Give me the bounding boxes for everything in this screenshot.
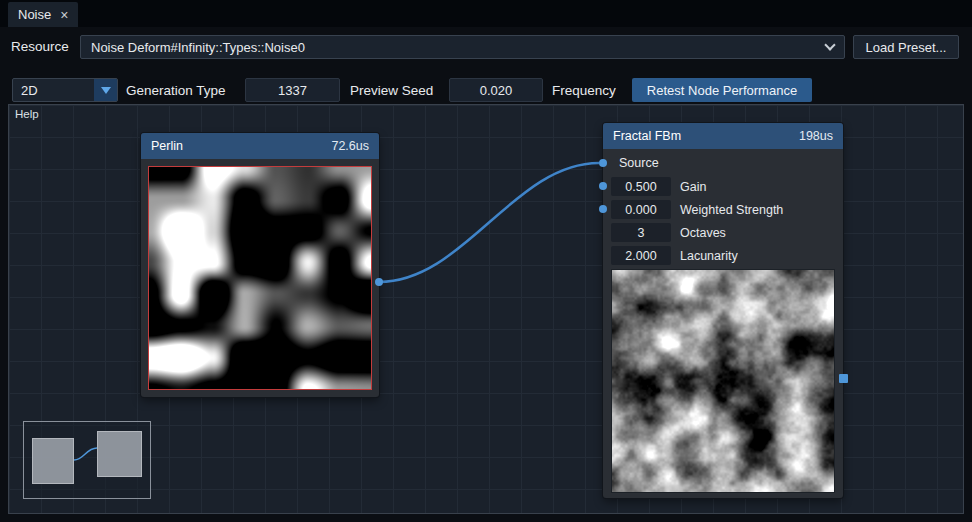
node-perlin-body (141, 159, 379, 397)
minimap-node-rect (97, 431, 142, 477)
perlin-output-pin[interactable] (375, 278, 383, 286)
node-perlin[interactable]: Perlin 72.6us (141, 133, 379, 397)
lacunarity-row: 2.000 Lacunarity (611, 246, 835, 265)
fbm-output-pin[interactable] (839, 374, 848, 383)
resource-combobox[interactable]: Noise Deform#Infinity::Types::Noise0 (80, 35, 845, 59)
octaves-label: Octaves (680, 226, 726, 240)
weighted-strength-field[interactable]: 0.000 (611, 200, 671, 219)
octaves-field[interactable]: 3 (611, 223, 671, 242)
weighted-strength-input-pin[interactable] (599, 205, 607, 213)
node-perlin-time: 72.6us (331, 139, 369, 153)
tab-noise[interactable]: Noise × (8, 2, 78, 27)
node-perlin-title: Perlin (151, 139, 183, 153)
source-row: Source (611, 155, 835, 171)
fbm-noise-preview[interactable] (611, 269, 835, 493)
weighted-strength-label: Weighted Strength (680, 203, 783, 217)
gain-label: Gain (680, 180, 706, 194)
lacunarity-label: Lacunarity (680, 249, 738, 263)
node-fbm-header[interactable]: Fractal FBm 198us (603, 123, 843, 149)
node-fbm-title: Fractal FBm (613, 129, 681, 143)
combo-arrow-button[interactable] (94, 79, 117, 101)
node-fbm-body (603, 269, 843, 493)
toolbar: 2D Generation Type 1337 Preview Seed 0.0… (0, 66, 972, 104)
node-fbm-time: 198us (799, 129, 833, 143)
minimap[interactable] (23, 421, 151, 499)
generation-type-label: Generation Type (126, 78, 226, 102)
node-fractal-fbm[interactable]: Fractal FBm 198us Source 0.500 Gain 0.00… (603, 123, 843, 498)
triangle-down-icon (101, 87, 111, 94)
frequency-label: Frequency (552, 78, 616, 102)
node-graph-canvas[interactable]: Help Perlin 72.6us Fractal FBm 198us So (8, 104, 964, 514)
chevron-down-icon (824, 39, 835, 50)
source-label: Source (619, 156, 659, 170)
tab-label: Noise (18, 7, 51, 22)
preview-seed-label: Preview Seed (350, 78, 433, 102)
noise-tool-window: Noise × Resource Noise Deform#Infinity::… (0, 0, 972, 522)
resource-label: Resource (11, 27, 69, 66)
resource-combobox-value: Noise Deform#Infinity::Types::Noise0 (91, 40, 826, 55)
node-fbm-params: Source 0.500 Gain 0.000 Weighted Strengt… (603, 149, 843, 265)
weighted-strength-row: 0.000 Weighted Strength (611, 200, 835, 219)
resource-bar: Resource Noise Deform#Infinity::Types::N… (0, 27, 972, 66)
perlin-noise-preview[interactable] (148, 166, 372, 390)
load-preset-button[interactable]: Load Preset... (853, 35, 959, 59)
dimension-combobox[interactable]: 2D (12, 78, 118, 102)
lacunarity-field[interactable]: 2.000 (611, 246, 671, 265)
dimension-value: 2D (13, 83, 94, 98)
help-label[interactable]: Help (15, 108, 39, 120)
tab-bar: Noise × (0, 0, 972, 27)
gain-row: 0.500 Gain (611, 177, 835, 196)
minimap-node-rect (32, 438, 74, 484)
frequency-field[interactable]: 0.020 (449, 78, 543, 102)
tab-close-icon[interactable]: × (60, 8, 68, 22)
gain-field[interactable]: 0.500 (611, 177, 671, 196)
retest-node-performance-button[interactable]: Retest Node Performance (632, 78, 812, 102)
octaves-row: 3 Octaves (611, 223, 835, 242)
source-input-pin[interactable] (599, 159, 607, 167)
node-perlin-header[interactable]: Perlin 72.6us (141, 133, 379, 159)
preview-seed-field[interactable]: 1337 (245, 78, 340, 102)
gain-input-pin[interactable] (599, 182, 607, 190)
